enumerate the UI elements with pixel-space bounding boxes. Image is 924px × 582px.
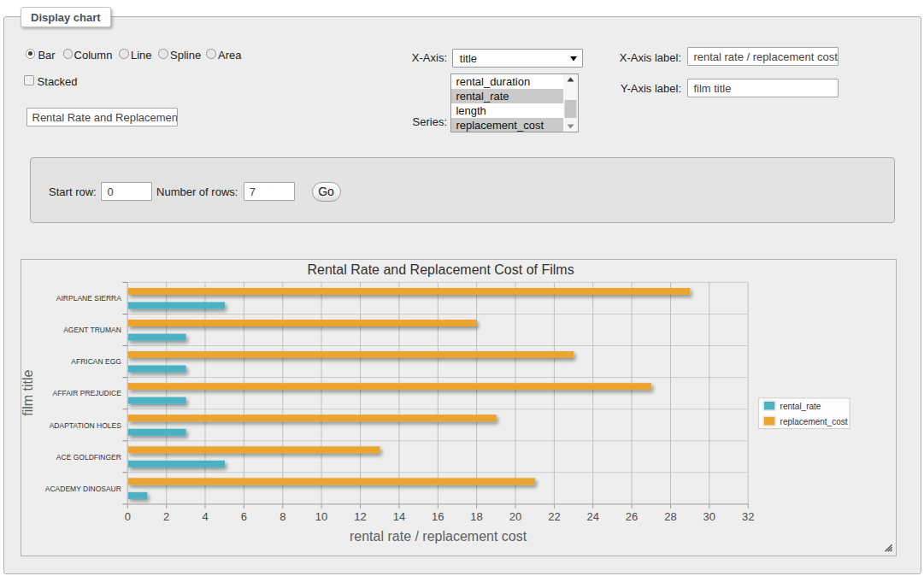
svg-text:18: 18 <box>471 510 483 523</box>
svg-text:6: 6 <box>241 510 247 523</box>
svg-text:16: 16 <box>432 510 444 523</box>
svg-text:0: 0 <box>125 510 131 523</box>
svg-text:10: 10 <box>315 510 327 523</box>
svg-text:AFRICAN EGG: AFRICAN EGG <box>72 358 122 367</box>
svg-text:rental_rate: rental_rate <box>780 402 821 411</box>
svg-text:ACE GOLDFINGER: ACE GOLDFINGER <box>56 453 121 461</box>
svg-text:26: 26 <box>626 510 638 523</box>
svg-text:replacement_cost: replacement_cost <box>780 417 848 426</box>
svg-text:24: 24 <box>587 510 599 523</box>
svg-text:Rental Rate and Replacement Co: Rental Rate and Replacement Cost of Film… <box>308 262 574 277</box>
svg-text:AIRPLANE SIERRA: AIRPLANE SIERRA <box>56 294 121 303</box>
svg-text:rental rate / replacement cost: rental rate / replacement cost <box>350 529 527 544</box>
svg-text:28: 28 <box>665 510 677 523</box>
svg-text:2: 2 <box>163 510 169 523</box>
svg-text:32: 32 <box>742 510 754 523</box>
svg-text:4: 4 <box>203 510 209 523</box>
svg-text:film title: film title <box>21 370 35 416</box>
svg-text:30: 30 <box>703 510 715 523</box>
svg-text:8: 8 <box>280 510 286 523</box>
svg-text:ACADEMY DINOSAUR: ACADEMY DINOSAUR <box>45 485 121 493</box>
svg-text:14: 14 <box>393 510 405 523</box>
svg-text:12: 12 <box>355 510 367 523</box>
svg-text:ADAPTATION HOLES: ADAPTATION HOLES <box>50 421 122 430</box>
svg-text:AFFAIR PREJUDICE: AFFAIR PREJUDICE <box>53 390 122 398</box>
svg-text:AGENT TRUMAN: AGENT TRUMAN <box>64 326 122 335</box>
svg-text:22: 22 <box>549 510 561 523</box>
svg-text:20: 20 <box>509 510 521 523</box>
